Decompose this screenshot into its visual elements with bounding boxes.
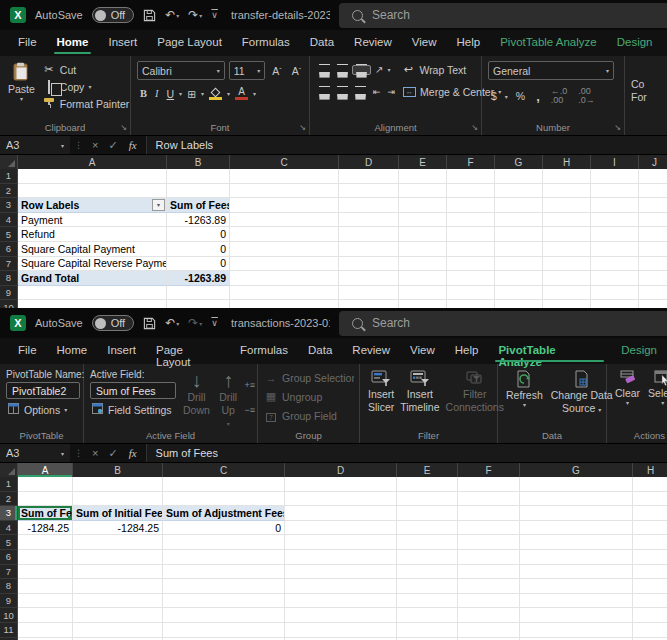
cell-A5[interactable] — [18, 535, 73, 550]
cell-A6[interactable]: Square Capital Payment — [18, 242, 167, 257]
cell-G6[interactable] — [495, 242, 543, 257]
cell-I7[interactable] — [591, 257, 639, 272]
cell-B5[interactable] — [73, 535, 163, 550]
cell-D1[interactable] — [339, 169, 399, 184]
increase-decimal-button[interactable]: ←.0.00 — [548, 85, 571, 107]
cell-D9[interactable] — [285, 594, 397, 609]
tab-review[interactable]: Review — [342, 338, 400, 364]
cell-A4[interactable]: Payment — [18, 213, 167, 228]
cell-A9[interactable] — [18, 594, 73, 609]
row-header-5[interactable]: 5 — [0, 535, 18, 550]
cell-F2[interactable] — [447, 184, 495, 199]
cell-A6[interactable] — [18, 550, 73, 565]
cell-A8[interactable]: Grand Total — [18, 271, 167, 286]
cell-H6[interactable] — [633, 550, 667, 565]
cell-G8[interactable] — [520, 579, 633, 594]
row-header-2[interactable]: 2 — [0, 492, 18, 507]
cell-I4[interactable] — [591, 213, 639, 228]
cell-D6[interactable] — [339, 242, 399, 257]
column-header-F[interactable]: F — [458, 463, 520, 477]
select-all-button[interactable] — [0, 155, 18, 169]
cell-A2[interactable] — [18, 492, 73, 507]
cell-J7[interactable] — [639, 257, 667, 272]
cell-F7[interactable] — [447, 257, 495, 272]
cell-G1[interactable] — [495, 169, 543, 184]
clipboard-dialog-launcher-icon[interactable]: ↘ — [120, 124, 127, 132]
column-header-G[interactable]: G — [495, 155, 543, 169]
cell-B6[interactable]: 0 — [167, 242, 230, 257]
cell-E5[interactable] — [397, 535, 458, 550]
format-painter-button[interactable]: Format Painter — [42, 95, 129, 112]
orientation-button[interactable]: ↗ — [372, 62, 386, 77]
cell-C11[interactable] — [163, 623, 285, 638]
cell-D2[interactable] — [339, 184, 399, 199]
column-header-E[interactable]: E — [399, 155, 447, 169]
cell-E6[interactable] — [399, 242, 447, 257]
formula-input[interactable]: Row Labels — [146, 136, 667, 154]
tab-data[interactable]: Data — [298, 338, 342, 364]
cell-H5[interactable] — [543, 227, 591, 242]
cell-F2[interactable] — [458, 492, 520, 507]
cell-G3[interactable] — [495, 198, 543, 213]
cell-C2[interactable] — [230, 184, 339, 199]
column-header-D[interactable]: D — [285, 463, 397, 477]
cell-E1[interactable] — [397, 477, 458, 492]
number-dialog-launcher-icon[interactable]: ↘ — [614, 124, 621, 132]
cell-D7[interactable] — [339, 257, 399, 272]
cell-C8[interactable] — [230, 271, 339, 286]
row-header-11[interactable]: 11 — [0, 623, 18, 638]
cell-A2[interactable] — [18, 184, 167, 199]
bottom-align-button[interactable] — [352, 65, 371, 75]
column-header-B[interactable]: B — [73, 463, 163, 477]
tab-page-layout[interactable]: Page Layout — [147, 30, 232, 56]
cell-E10[interactable] — [399, 300, 447, 308]
cell-D3[interactable] — [339, 198, 399, 213]
row-header-4[interactable]: 4 — [0, 521, 18, 536]
cell-A7[interactable]: Square Capital Reverse Payment — [18, 257, 167, 272]
cell-F6[interactable] — [447, 242, 495, 257]
cell-F1[interactable] — [458, 477, 520, 492]
percent-style-button[interactable]: % — [513, 88, 528, 104]
cell-A10[interactable] — [18, 608, 73, 623]
wrap-text-button[interactable]: ↩Wrap Text — [401, 61, 466, 78]
cell-E4[interactable] — [397, 521, 458, 536]
cell-B8[interactable]: -1263.89 — [167, 271, 230, 286]
fill-color-button[interactable] — [206, 86, 225, 102]
row-header-7[interactable]: 7 — [0, 257, 18, 272]
cell-E11[interactable] — [397, 623, 458, 638]
cell-D8[interactable] — [285, 579, 397, 594]
cell-G8[interactable] — [495, 271, 543, 286]
cell-B10[interactable] — [167, 300, 230, 308]
cell-H7[interactable] — [543, 257, 591, 272]
row-header-8[interactable]: 8 — [0, 579, 18, 594]
cell-H7[interactable] — [633, 565, 667, 580]
cell-C7[interactable] — [230, 257, 339, 272]
cell-F10[interactable] — [458, 608, 520, 623]
cell-A3[interactable]: Row Labels▾ — [18, 198, 167, 213]
row-header-4[interactable]: 4 — [0, 213, 18, 228]
search-box[interactable]: Search — [339, 3, 667, 28]
clear-button[interactable]: Clear▾ — [613, 369, 642, 427]
paste-button[interactable]: Paste▾ — [6, 61, 37, 119]
tab-view[interactable]: View — [402, 30, 447, 56]
cell-H1[interactable] — [543, 169, 591, 184]
save-button[interactable] — [143, 9, 156, 22]
undo-button[interactable]: ↶▾ — [165, 8, 179, 22]
column-header-G[interactable]: G — [520, 463, 633, 477]
formula-input[interactable]: Sum of Fees — [146, 444, 667, 462]
row-header-3[interactable]: 3 — [0, 506, 18, 521]
cell-B6[interactable] — [73, 550, 163, 565]
cell-F7[interactable] — [458, 565, 520, 580]
cell-C3[interactable] — [230, 198, 339, 213]
tab-insert[interactable]: Insert — [98, 30, 147, 56]
cell-D10[interactable] — [285, 608, 397, 623]
increase-indent-button[interactable]: ⇥ — [385, 85, 399, 99]
cell-I6[interactable] — [591, 242, 639, 257]
tab-design[interactable]: Design — [607, 30, 663, 56]
borders-button[interactable]: ⊞ — [184, 86, 199, 102]
cell-J2[interactable] — [639, 184, 667, 199]
cell-E3[interactable] — [397, 506, 458, 521]
cell-G9[interactable] — [495, 286, 543, 301]
tab-view[interactable]: View — [400, 338, 445, 364]
tab-home[interactable]: Home — [47, 338, 98, 364]
